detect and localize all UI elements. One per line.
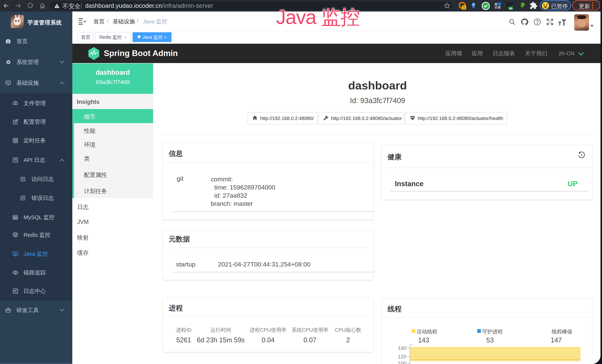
- svg-text:1: 1: [463, 5, 465, 10]
- svg-text:on: on: [509, 7, 512, 10]
